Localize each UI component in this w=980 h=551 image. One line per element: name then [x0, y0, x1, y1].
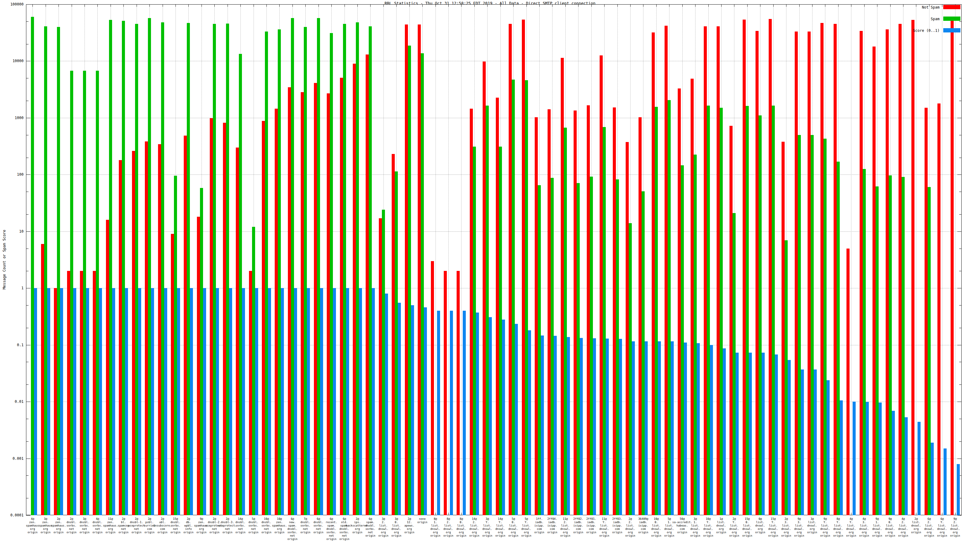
bar-spam — [784, 240, 788, 515]
bar-spam — [174, 176, 177, 515]
y-major-tick-right — [957, 4, 962, 5]
bar-spam — [641, 191, 645, 515]
x-tick-bottom — [916, 513, 916, 515]
bar-not-spam — [158, 144, 161, 515]
bar-score-0-1- — [255, 288, 258, 515]
y-minor-tick-right — [959, 192, 962, 192]
y-major-tick-right — [957, 175, 962, 175]
x-tick-top — [123, 4, 124, 7]
bar-spam — [161, 22, 164, 515]
y-minor-tick-right — [959, 21, 962, 22]
bar-spam — [577, 183, 580, 515]
bar-not-spam — [301, 92, 304, 515]
x-tick-top — [760, 4, 760, 7]
bar-not-spam — [106, 220, 109, 515]
bar-spam — [538, 185, 541, 515]
bar-spam — [928, 187, 931, 515]
bar-not-spam — [886, 29, 889, 515]
bar-score-0-1- — [320, 288, 323, 515]
x-tick-top — [721, 4, 722, 7]
bar-spam — [239, 54, 242, 515]
bar-not-spam — [509, 24, 512, 515]
y-minor-tick-right — [959, 441, 962, 442]
bar-not-spam — [860, 31, 863, 515]
bar-score-0-1- — [554, 336, 557, 515]
bar-spam — [772, 106, 775, 515]
bar-spam — [96, 71, 99, 515]
x-tick-top — [59, 4, 59, 7]
x-tick-top — [188, 4, 189, 7]
y-tick-label: 0.001 — [0, 456, 24, 461]
x-tick-top — [150, 4, 150, 7]
y-minor-tick-left — [26, 21, 29, 22]
bar-not-spam — [119, 160, 122, 515]
x-tick-top — [812, 4, 813, 7]
bar-not-spam — [547, 109, 550, 515]
bar-spam — [473, 147, 476, 515]
x-tick-top — [916, 4, 916, 7]
bar-not-spam — [717, 26, 720, 515]
bar-not-spam — [951, 20, 954, 515]
y-tick-label: 0.01 — [0, 400, 24, 404]
bar-score-0-1- — [229, 288, 232, 515]
x-tick-bottom — [955, 513, 956, 515]
bar-spam — [499, 147, 502, 515]
y-minor-tick-right — [959, 328, 962, 328]
x-tick-top — [436, 4, 436, 7]
legend-swatch — [943, 5, 960, 9]
x-tick-top — [279, 4, 280, 7]
bar-spam — [590, 176, 593, 515]
bar-score-0-1- — [502, 319, 505, 515]
bar-not-spam — [613, 108, 616, 515]
v-gridline — [955, 4, 956, 515]
bar-score-0-1- — [281, 288, 284, 515]
bar-not-spam — [67, 271, 70, 515]
y-minor-tick-right — [959, 135, 962, 135]
bar-score-0-1- — [840, 400, 843, 515]
x-tick-top — [617, 4, 618, 7]
y-tick-label: 10000 — [0, 59, 24, 63]
bar-score-0-1- — [671, 341, 674, 515]
bar-not-spam — [535, 117, 538, 515]
bar-score-0-1- — [398, 303, 401, 515]
bar-spam — [681, 165, 684, 515]
x-tick-top — [175, 4, 176, 7]
bar-score-0-1- — [242, 288, 245, 515]
bar-score-0-1- — [346, 288, 349, 515]
y-minor-tick-left — [26, 192, 29, 192]
bar-not-spam — [496, 98, 499, 515]
v-gridline — [461, 4, 461, 515]
legend-label: Spam — [931, 17, 940, 21]
bar-score-0-1- — [112, 288, 115, 515]
bar-not-spam — [275, 109, 278, 515]
y-tick-label: 1000 — [0, 116, 24, 120]
bar-spam — [135, 24, 138, 515]
bar-not-spam — [821, 23, 824, 515]
bar-not-spam — [353, 64, 356, 515]
bar-not-spam — [366, 54, 369, 515]
y-minor-tick-right — [959, 384, 962, 385]
bar-spam — [304, 27, 307, 515]
bar-score-0-1- — [866, 402, 869, 515]
bar-not-spam — [872, 46, 875, 515]
bar-spam — [395, 171, 398, 515]
bar-spam — [226, 24, 229, 515]
bar-not-spam — [54, 288, 57, 515]
bar-spam — [408, 46, 411, 515]
bar-spam — [369, 26, 372, 515]
bar-score-0-1- — [541, 335, 544, 515]
y-major-tick-right — [957, 61, 962, 61]
bar-score-0-1- — [775, 354, 778, 515]
bar-spam — [603, 127, 606, 515]
x-tick-top — [942, 4, 942, 7]
x-tick-top — [903, 4, 904, 7]
y-major-tick-right — [957, 345, 962, 345]
bar-score-0-1- — [125, 288, 128, 515]
bar-score-0-1- — [450, 311, 453, 515]
x-tick-top — [370, 4, 371, 7]
bar-score-0-1- — [190, 288, 193, 515]
x-tick-top — [266, 4, 267, 7]
bar-score-0-1- — [528, 330, 531, 515]
bar-spam — [668, 100, 671, 515]
bar-not-spam — [470, 109, 473, 515]
